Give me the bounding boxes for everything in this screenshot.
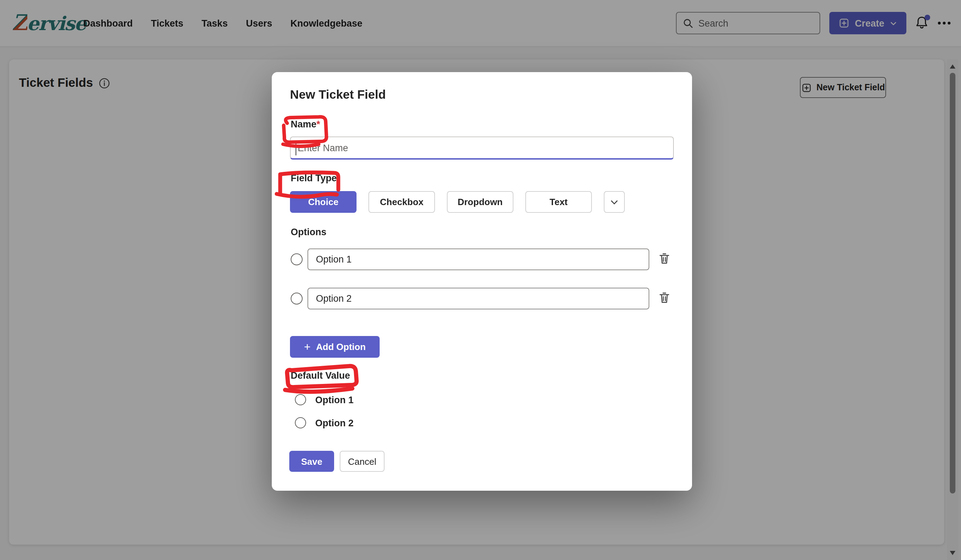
more-field-types-button[interactable] — [604, 191, 625, 213]
trash-icon[interactable] — [658, 291, 671, 305]
default-option-label: Option 2 — [315, 418, 354, 428]
modal-title: New Ticket Field — [290, 88, 386, 102]
default-option-radio[interactable] — [295, 394, 306, 405]
plus-icon: + — [304, 341, 311, 353]
field-type-checkbox[interactable]: Checkbox — [368, 191, 435, 213]
name-label: Name* — [291, 119, 320, 130]
field-type-text[interactable]: Text — [525, 191, 592, 213]
text-cursor — [296, 141, 296, 156]
default-option-row: Option 1 — [272, 393, 482, 408]
option-row — [272, 288, 692, 311]
option-value-input[interactable] — [307, 249, 649, 270]
field-type-dropdown[interactable]: Dropdown — [447, 191, 513, 213]
option-value-input[interactable] — [307, 288, 649, 310]
option-row — [272, 249, 692, 272]
cancel-button[interactable]: Cancel — [340, 451, 384, 472]
options-label: Options — [291, 227, 326, 237]
default-value-label: Default Value — [291, 370, 350, 381]
default-option-row: Option 2 — [272, 416, 482, 431]
new-ticket-field-modal: New Ticket Field Name* Field Type Choice… — [272, 72, 692, 491]
trash-icon[interactable] — [658, 252, 671, 265]
default-option-label: Option 1 — [315, 395, 354, 405]
add-option-button[interactable]: + Add Option — [290, 336, 380, 358]
option-radio[interactable] — [291, 254, 302, 265]
save-button[interactable]: Save — [289, 451, 334, 472]
default-option-radio[interactable] — [295, 417, 306, 428]
field-type-choice[interactable]: Choice — [290, 191, 357, 213]
field-type-label: Field Type — [291, 173, 337, 183]
add-option-label: Add Option — [316, 342, 366, 352]
option-radio[interactable] — [291, 293, 302, 305]
app-window: Zervise DashboardTicketsTasksUsersKnowle… — [0, 0, 961, 560]
chevron-down-icon — [609, 197, 619, 207]
name-input[interactable] — [290, 136, 674, 160]
required-asterisk: * — [317, 119, 320, 130]
